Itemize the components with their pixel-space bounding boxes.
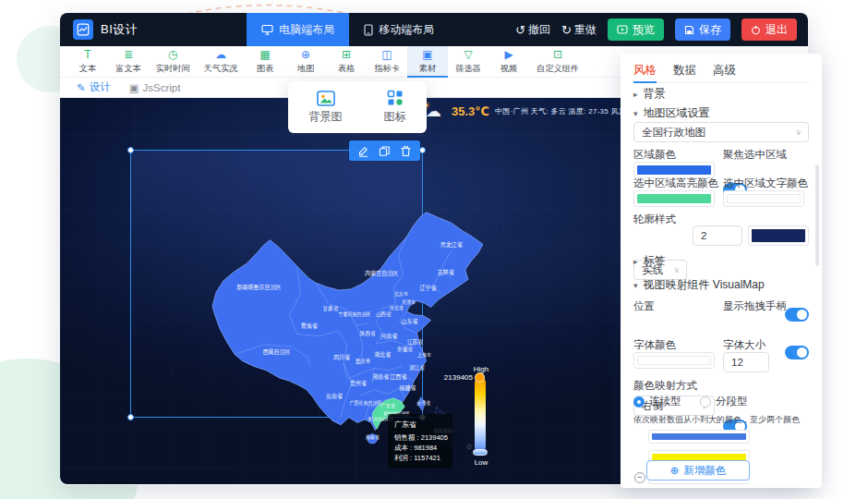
chevron-down-icon: ∨	[673, 265, 680, 274]
visualmap-handle-value: 2139405	[444, 373, 473, 382]
background-image-icon	[317, 91, 335, 106]
script-icon: ▣	[129, 81, 139, 94]
edit-icon[interactable]	[357, 145, 369, 157]
custom-widget-icon: ⊡	[553, 49, 562, 61]
toolbar-item-map[interactable]: ⊕地图	[285, 46, 326, 77]
preview-button[interactable]: 预览	[608, 18, 664, 41]
outline-width-input[interactable]	[693, 225, 742, 246]
map-province-label: 河南省	[380, 333, 398, 341]
section-map-region[interactable]: ▾ 地图区域设置	[633, 105, 710, 121]
mapping-hint: 依次映射数值从小到大的颜色，至少两个颜色	[633, 414, 800, 426]
gradient-color-bar	[652, 433, 746, 440]
map-province-label: 台湾省	[416, 399, 431, 406]
section-background[interactable]: ▸ 背景	[633, 86, 666, 102]
visualmap-top-handle[interactable]	[475, 372, 485, 383]
panel-tab-advanced[interactable]: 高级	[713, 59, 736, 82]
toolbar-item-chart[interactable]: ▦图表	[245, 46, 285, 77]
map-province-label: 新疆维吾尔自治区	[236, 283, 282, 291]
radio-continuous[interactable]: 连续型	[633, 395, 681, 408]
monitor-icon	[261, 24, 273, 35]
chevron-right-icon: ▸	[633, 90, 638, 99]
drag-handle-label: 显示拖拽手柄	[723, 299, 787, 313]
panel-tabs: 风格 数据 高级	[633, 59, 809, 83]
selected-text-color-swatch[interactable]	[723, 190, 804, 207]
section-visualmap[interactable]: ▾ 视图映射组件 VisualMap	[633, 277, 765, 293]
map-province-label: 四川省	[333, 354, 351, 362]
map-type-select[interactable]: 全国行政地图 ∨	[633, 122, 809, 142]
redo-button[interactable]: ↻重做	[561, 22, 597, 38]
chevron-down-icon: ▾	[633, 109, 638, 118]
toolbar-item-kpi-card[interactable]: ◫指标卡	[367, 46, 407, 77]
resize-handle-nw[interactable]	[127, 147, 134, 153]
toolbar-item-label: 筛选器	[455, 62, 481, 74]
resize-handle-ne[interactable]	[419, 147, 426, 153]
power-icon	[751, 25, 761, 35]
weather-widget[interactable]: ☀☁ 35.3℃ 中国·广州 天气: 多云 温度: 27-35 风况: 5km/…	[422, 102, 653, 120]
map-province-label: 贵州省	[350, 380, 368, 388]
map-province-label: 广东省	[381, 403, 396, 409]
toolbar-item-custom-widget[interactable]: ⊡自定义组件	[529, 46, 586, 77]
visualmap-toggle[interactable]	[785, 346, 809, 359]
toolbar-item-video[interactable]: ▶视频	[488, 46, 529, 77]
exit-button[interactable]: 退出	[741, 18, 797, 41]
outline-color-swatch[interactable]	[748, 225, 809, 246]
toolbar-item-label: 天气实况	[204, 62, 238, 74]
visualmap-zero-label: 0	[467, 443, 471, 451]
map-province-label: 吉林省	[438, 268, 455, 276]
copy-icon[interactable]	[379, 145, 391, 157]
gradient-color-row[interactable]	[648, 430, 750, 444]
tab-design[interactable]: ✎ 设计	[77, 80, 111, 94]
toolbar-item-richtext[interactable]: ≣富文本	[108, 46, 149, 77]
weather-icon: ☁	[215, 49, 226, 61]
save-button[interactable]: 保存	[675, 18, 730, 41]
map-province-label: 云南省	[326, 392, 344, 400]
toolbar-item-table[interactable]: ⊞表格	[326, 46, 367, 77]
section-label[interactable]: ▸ 标签	[633, 253, 666, 269]
map-province-label: 甘肃省	[323, 306, 339, 312]
toolbar-item-text[interactable]: T文本	[67, 46, 108, 77]
visualmap-low-label: Low	[464, 458, 499, 467]
add-color-button[interactable]: ⊕ 新增颜色	[646, 460, 750, 481]
radio-segmented[interactable]: 分段型	[700, 395, 748, 408]
font-size-input[interactable]	[723, 352, 769, 372]
visualmap-bottom-handle[interactable]	[473, 449, 488, 456]
toolbar-item-label: 指标卡	[374, 62, 400, 74]
visualmap-legend[interactable]: High 2139405 0 Low	[462, 365, 499, 467]
background-image-item[interactable]: 背景图	[309, 91, 343, 125]
tooltip-province-name: 广东省	[394, 420, 446, 430]
remove-color-button[interactable]: −	[634, 472, 645, 483]
tab-jsscript[interactable]: ▣ JsScript	[129, 81, 181, 94]
panel-tab-data[interactable]: 数据	[673, 59, 696, 82]
material-dropdown: 背景图 图标	[288, 81, 427, 133]
panel-scrollbar[interactable]	[815, 164, 819, 266]
resize-handle-sw[interactable]	[127, 414, 134, 420]
save-icon	[684, 25, 694, 35]
panel-tab-style[interactable]: 风格	[633, 59, 657, 82]
app-title: BI设计	[101, 21, 138, 38]
toolbar-item-material[interactable]: ▣素材	[407, 46, 448, 77]
highlight-color-swatch[interactable]	[633, 190, 715, 207]
label-toggle[interactable]	[785, 308, 809, 322]
toolbar-item-weather[interactable]: ☁天气实况	[197, 46, 245, 77]
delete-icon[interactable]	[400, 145, 412, 157]
map-province-label: 青海省	[301, 322, 319, 330]
app-header: BI设计 电脑端布局 移动端布局 ↺撤回 ↻重做 预览	[60, 13, 808, 46]
toolbar-item-label: 自定义组件	[536, 62, 579, 74]
map-province-label: 陕西省	[360, 329, 376, 337]
icon-library-item[interactable]: 图标	[384, 90, 406, 125]
toolbar-item-filter[interactable]: ▽筛选器	[448, 46, 488, 77]
map-province-label: 内蒙古自治区	[365, 269, 399, 277]
undo-button[interactable]: ↺撤回	[515, 22, 550, 38]
chevron-down-icon: ▾	[633, 281, 638, 290]
selection-toolbar	[349, 140, 420, 161]
toolbar-item-clock[interactable]: ◷实时时间	[149, 46, 197, 77]
map-province-label: 浙江省	[409, 364, 425, 371]
map-province-label: 西藏自治区	[261, 348, 291, 357]
map-widget-selection[interactable]: 黑龙江省内蒙古自治区吉林省辽宁省新疆维吾尔自治区北京市天津市河北省山西省山东省甘…	[130, 150, 423, 418]
video-icon: ▶	[504, 49, 512, 61]
tab-desktop-layout[interactable]: 电脑端布局	[247, 13, 349, 46]
visualmap-gradient-bar: 2139405 0	[475, 377, 486, 453]
font-color-swatch[interactable]	[633, 352, 715, 369]
map-tooltip: 广东省 销售额 : 2139405 成本 : 981984 利润 : 11574…	[388, 414, 452, 469]
tab-mobile-layout[interactable]: 移动端布局	[349, 13, 449, 46]
